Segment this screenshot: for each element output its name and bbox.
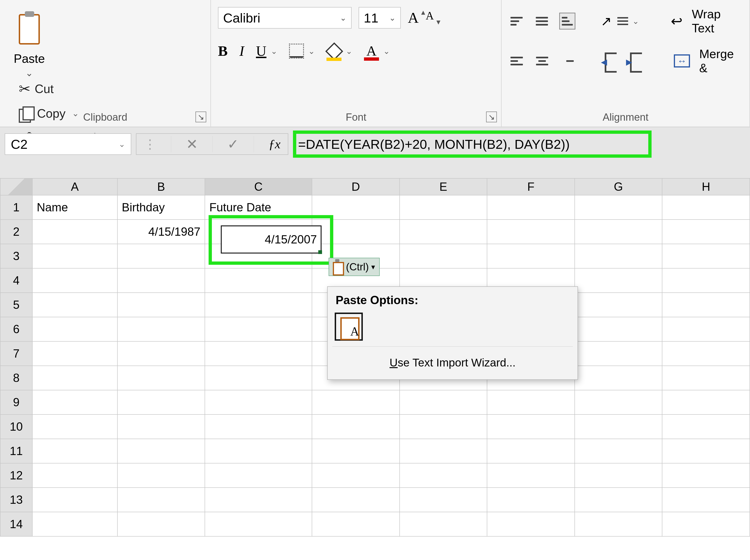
cell-G3[interactable] — [575, 244, 662, 268]
cell-G10[interactable] — [575, 415, 662, 439]
row-header-13[interactable]: 13 — [0, 487, 32, 512]
cell-E1[interactable] — [400, 195, 487, 220]
cell-B8[interactable] — [117, 366, 205, 390]
row-header-11[interactable]: 11 — [0, 439, 32, 463]
cell-A4[interactable] — [32, 268, 117, 293]
cell-A12[interactable] — [32, 463, 117, 487]
wrap-text-button[interactable]: Wrap Text — [692, 7, 743, 35]
cell-A7[interactable] — [32, 341, 117, 366]
cell-F14[interactable] — [487, 512, 575, 536]
row-header-7[interactable]: 7 — [0, 341, 32, 366]
cell-E13[interactable] — [400, 487, 487, 512]
cell-H7[interactable] — [662, 341, 750, 366]
cell-F3[interactable] — [487, 244, 575, 268]
merge-center-button[interactable]: Merge & — [699, 47, 743, 75]
cell-H8[interactable] — [662, 366, 750, 390]
cell-F2[interactable] — [487, 220, 575, 244]
cell-G5[interactable] — [575, 293, 662, 317]
paste-dropdown-icon[interactable]: ⌄ — [25, 67, 33, 78]
orientation-button[interactable]: ⌄ — [601, 14, 639, 29]
cell-A11[interactable] — [32, 439, 117, 463]
col-header-G[interactable]: G — [575, 178, 662, 195]
cell-G1[interactable] — [575, 195, 662, 220]
cell-E12[interactable] — [400, 463, 487, 487]
cell-D14[interactable] — [312, 512, 400, 536]
cell-C12[interactable] — [205, 463, 312, 487]
cell-A14[interactable] — [32, 512, 117, 536]
cell-C8[interactable] — [205, 366, 312, 390]
underline-button[interactable]: U⌄ — [256, 43, 277, 59]
font-size-combo[interactable]: 11 ⌄ — [359, 7, 401, 28]
cell-H6[interactable] — [662, 317, 750, 341]
cell-G12[interactable] — [575, 463, 662, 487]
cell-D10[interactable] — [312, 415, 400, 439]
formula-input[interactable]: =DATE(YEAR(B2)+20, MONTH(B2), DAY(B2)) — [293, 137, 570, 152]
font-color-button[interactable]: A⌄ — [364, 43, 390, 59]
cell-G14[interactable] — [575, 512, 662, 536]
cell-B2[interactable]: 4/15/1987 — [117, 220, 205, 244]
cell-G6[interactable] — [575, 317, 662, 341]
cell-B11[interactable] — [117, 439, 205, 463]
cell-H2[interactable] — [662, 220, 750, 244]
cell-F13[interactable] — [487, 487, 575, 512]
cell-B4[interactable] — [117, 268, 205, 293]
italic-button[interactable]: I — [239, 43, 244, 59]
cell-F9[interactable] — [487, 390, 575, 415]
cell-E3[interactable] — [400, 244, 487, 268]
cell-A6[interactable] — [32, 317, 117, 341]
cell-G4[interactable] — [575, 268, 662, 293]
cell-D2[interactable] — [312, 220, 400, 244]
name-box[interactable]: C2 ⌄ — [5, 133, 131, 155]
cell-B1[interactable]: Birthday — [117, 195, 205, 220]
cell-F12[interactable] — [487, 463, 575, 487]
row-header-10[interactable]: 10 — [0, 415, 32, 439]
cell-E9[interactable] — [400, 390, 487, 415]
cell-A10[interactable] — [32, 415, 117, 439]
cell-B12[interactable] — [117, 463, 205, 487]
fill-handle[interactable] — [318, 250, 322, 254]
cell-D9[interactable] — [312, 390, 400, 415]
select-all-corner[interactable] — [0, 178, 32, 195]
cell-C11[interactable] — [205, 439, 312, 463]
col-header-D[interactable]: D — [312, 178, 400, 195]
decrease-font-size-button[interactable]: A — [426, 9, 434, 26]
align-top-button[interactable] — [509, 13, 525, 29]
cell-C10[interactable] — [205, 415, 312, 439]
align-middle-button[interactable] — [534, 13, 550, 29]
cell-A9[interactable] — [32, 390, 117, 415]
align-right-button[interactable] — [559, 53, 576, 69]
cell-B6[interactable] — [117, 317, 205, 341]
cell-H4[interactable] — [662, 268, 750, 293]
col-header-H[interactable]: H — [662, 178, 750, 195]
align-left-button[interactable] — [509, 53, 525, 69]
clipboard-dialog-launcher[interactable] — [196, 112, 206, 122]
row-header-12[interactable]: 12 — [0, 463, 32, 487]
col-header-C[interactable]: C — [205, 178, 312, 195]
formula-input-wrap[interactable]: =DATE(YEAR(B2)+20, MONTH(B2), DAY(B2)) — [293, 132, 745, 157]
cell-C4[interactable] — [205, 268, 312, 293]
cell-D11[interactable] — [312, 439, 400, 463]
cut-button[interactable]: Cut — [19, 81, 203, 97]
row-header-14[interactable]: 14 — [0, 512, 32, 536]
text-import-wizard-item[interactable]: Use Text Import Wizard... — [328, 347, 577, 379]
cell-G9[interactable] — [575, 390, 662, 415]
cell-H12[interactable] — [662, 463, 750, 487]
cell-H11[interactable] — [662, 439, 750, 463]
row-header-1[interactable]: 1 — [0, 195, 32, 220]
paste-button[interactable]: Paste ⌄ — [9, 5, 49, 78]
paste-options-smarttag[interactable]: (Ctrl) ▾ — [329, 258, 380, 276]
increase-font-size-button[interactable]: A — [408, 9, 419, 26]
cell-D1[interactable] — [312, 195, 400, 220]
cell-B14[interactable] — [117, 512, 205, 536]
col-header-E[interactable]: E — [400, 178, 487, 195]
cancel-formula-button[interactable]: ✕ — [186, 136, 198, 152]
cell-G7[interactable] — [575, 341, 662, 366]
spreadsheet-grid[interactable]: A B C D E F G H 1 Name Birthday Future D… — [0, 178, 750, 560]
align-bottom-button[interactable] — [559, 13, 575, 29]
cell-D12[interactable] — [312, 463, 400, 487]
cell-F11[interactable] — [487, 439, 575, 463]
cell-B5[interactable] — [117, 293, 205, 317]
decrease-indent-button[interactable] — [601, 53, 617, 69]
cell-C13[interactable] — [205, 487, 312, 512]
row-header-5[interactable]: 5 — [0, 293, 32, 317]
